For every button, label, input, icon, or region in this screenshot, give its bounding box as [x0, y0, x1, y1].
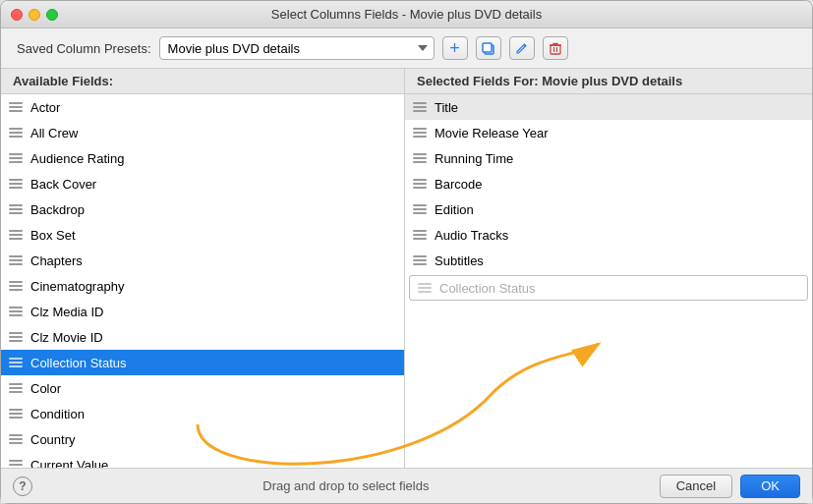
left-list-item[interactable]: Color	[1, 375, 404, 401]
window-title: Select Columns Fields - Movie plus DVD d…	[1, 7, 812, 22]
toolbar: Saved Column Presets: Movie plus DVD det…	[1, 28, 812, 69]
right-panel-list[interactable]: Title Movie Release Year Running Time Ba…	[405, 94, 812, 468]
item-label: Back Cover	[30, 177, 96, 192]
right-list-item[interactable]: Audio Tracks	[405, 222, 812, 248]
left-list-item[interactable]: Chapters	[1, 248, 404, 273]
right-list-item[interactable]: Edition	[405, 196, 812, 222]
item-label: Actor	[30, 100, 60, 115]
left-list-item[interactable]: Condition	[1, 401, 404, 426]
svg-rect-2	[551, 45, 560, 54]
item-label: Audio Tracks	[435, 228, 508, 243]
drag-handle-icon	[9, 434, 23, 444]
delete-preset-button[interactable]	[543, 36, 568, 60]
status-bar: ? Drag and drop to select fields Cancel …	[1, 468, 812, 503]
drag-handle-icon	[9, 409, 23, 419]
drag-handle-icon	[413, 179, 427, 189]
left-list-item[interactable]: Box Set	[1, 222, 404, 248]
drag-handle-icon	[413, 230, 427, 240]
edit-icon	[515, 42, 528, 55]
item-label: Edition	[435, 202, 474, 217]
item-label: Color	[30, 381, 61, 396]
ok-button[interactable]: OK	[740, 475, 800, 498]
trash-icon	[550, 42, 561, 55]
item-label: Cinematography	[30, 279, 124, 294]
item-label: Backdrop	[30, 202, 85, 217]
drag-handle-icon	[413, 255, 427, 265]
cancel-button[interactable]: Cancel	[660, 475, 732, 498]
item-label: Country	[30, 432, 76, 447]
left-list-item[interactable]: Actor	[1, 94, 404, 120]
item-label: Collection Status	[30, 356, 127, 370]
preset-select[interactable]: Movie plus DVD details	[159, 36, 435, 60]
item-label: Clz Movie ID	[30, 330, 103, 345]
left-list-item[interactable]: Clz Media ID	[1, 299, 404, 324]
edit-preset-button[interactable]	[509, 36, 535, 60]
item-label: All Crew	[30, 126, 78, 140]
right-list-item[interactable]: Barcode	[405, 171, 812, 196]
item-label: Condition	[30, 407, 85, 421]
left-panel-list[interactable]: Actor All Crew Audience Rating Back Cove…	[1, 94, 404, 468]
drag-handle-icon	[9, 358, 23, 367]
left-list-item[interactable]: Collection Status	[1, 350, 404, 375]
drag-handle-icon	[418, 283, 432, 293]
left-panel-header: Available Fields:	[1, 69, 404, 94]
add-preset-button[interactable]: +	[442, 36, 468, 60]
right-list-item[interactable]: Title	[405, 94, 812, 120]
drag-hint: Drag and drop to select fields	[32, 478, 660, 493]
help-button[interactable]: ?	[13, 476, 32, 496]
drag-handle-icon	[9, 307, 23, 316]
item-label: Chapters	[30, 253, 83, 268]
item-label: Movie Release Year	[435, 126, 549, 140]
traffic-lights	[11, 9, 58, 21]
minimize-button[interactable]	[29, 9, 40, 21]
right-panel-header: Selected Fields For: Movie plus DVD deta…	[405, 69, 812, 94]
right-list-item[interactable]: Movie Release Year	[405, 120, 812, 145]
maximize-button[interactable]	[46, 9, 58, 21]
drag-handle-icon	[9, 204, 23, 214]
copy-icon	[482, 42, 495, 55]
close-button[interactable]	[11, 9, 23, 21]
right-panel: Selected Fields For: Movie plus DVD deta…	[405, 69, 812, 468]
drag-handle-icon	[9, 179, 23, 189]
left-list-item[interactable]: Country	[1, 426, 404, 452]
main-window: Select Columns Fields - Movie plus DVD d…	[0, 0, 813, 504]
item-label: Running Time	[435, 151, 513, 166]
ghost-item-label: Collection Status	[439, 281, 536, 296]
ghost-list-item: Collection Status	[409, 275, 808, 301]
drag-handle-icon	[9, 128, 23, 138]
item-label: Barcode	[435, 177, 482, 192]
drag-handle-icon	[413, 102, 427, 112]
item-label: Box Set	[30, 228, 76, 243]
copy-preset-button[interactable]	[476, 36, 501, 60]
item-label: Audience Rating	[30, 151, 124, 166]
drag-handle-icon	[9, 281, 23, 291]
drag-handle-icon	[413, 204, 427, 214]
preset-label: Saved Column Presets:	[17, 41, 151, 56]
item-label: Clz Media ID	[30, 305, 103, 319]
right-list-item[interactable]: Subtitles	[405, 248, 812, 273]
drag-handle-icon	[9, 230, 23, 240]
left-list-item[interactable]: Current Value	[1, 452, 404, 468]
item-label: Subtitles	[435, 253, 484, 268]
left-list-item[interactable]: All Crew	[1, 120, 404, 145]
title-bar: Select Columns Fields - Movie plus DVD d…	[1, 1, 812, 28]
drag-handle-icon	[9, 383, 23, 393]
drag-handle-icon	[413, 128, 427, 138]
drag-handle-icon	[9, 102, 23, 112]
status-buttons: Cancel OK	[660, 475, 800, 498]
left-list-item[interactable]: Audience Rating	[1, 145, 404, 171]
drag-handle-icon	[9, 255, 23, 265]
left-panel: Available Fields: Actor All Crew	[1, 69, 404, 468]
drag-handle-icon	[9, 332, 23, 342]
drag-handle-icon	[9, 153, 23, 163]
left-list-item[interactable]: Clz Movie ID	[1, 324, 404, 350]
left-list-item[interactable]: Cinematography	[1, 273, 404, 299]
item-label: Current Value	[30, 458, 108, 469]
left-list-item[interactable]: Backdrop	[1, 196, 404, 222]
svg-rect-1	[483, 43, 492, 52]
drag-handle-icon	[9, 460, 23, 468]
left-list-item[interactable]: Back Cover	[1, 171, 404, 196]
right-list-item[interactable]: Running Time	[405, 145, 812, 171]
content-wrapper: Available Fields: Actor All Crew	[1, 69, 812, 468]
item-label: Title	[435, 100, 458, 115]
